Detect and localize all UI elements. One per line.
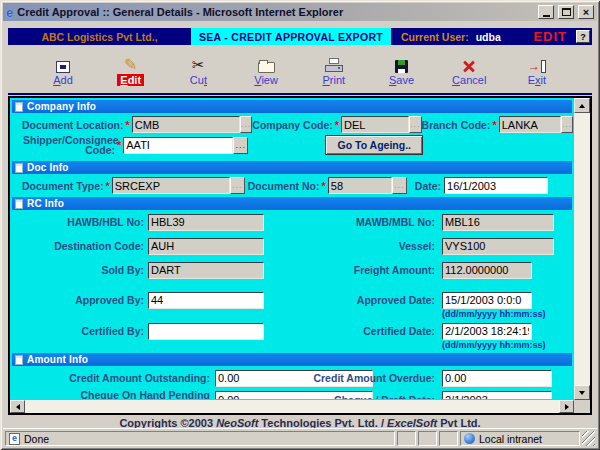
- required-marker: *: [490, 119, 498, 131]
- cheque-draft-date-input[interactable]: [442, 391, 552, 399]
- scroll-up-button[interactable]: [574, 98, 590, 113]
- approved-date-input[interactable]: [442, 292, 532, 309]
- cut-button[interactable]: ✂ Cut: [169, 52, 227, 92]
- sold-by-input: [148, 262, 264, 279]
- arrow-right-icon: [565, 404, 569, 410]
- minimize-button[interactable]: [538, 5, 554, 19]
- print-button[interactable]: Print: [305, 52, 363, 92]
- save-button[interactable]: Save: [373, 52, 431, 92]
- mawb-mbl-input: [442, 214, 554, 231]
- app-header: ABC Logistics Pvt Ltd., SEA - CREDIT APP…: [8, 28, 592, 45]
- view-label: View: [254, 74, 278, 86]
- vessel-label: Vessel:: [399, 240, 435, 252]
- cheque-pending-label: Cheque On Hand PendingBanking:: [11, 390, 210, 400]
- shipper-consignee-browse-button[interactable]: ...: [233, 137, 248, 154]
- add-icon: [56, 61, 70, 73]
- hawb-hbl-label: HAWB/HBL No:: [11, 216, 144, 228]
- scroll-left-button[interactable]: [10, 400, 25, 413]
- edit-label: Edit: [117, 74, 144, 86]
- resize-grip[interactable]: [582, 431, 595, 446]
- exit-label: Exit: [528, 74, 546, 86]
- statusbar-pane: [397, 431, 416, 446]
- toolbar: Add ✎ Edit ✂ Cut View Print Save Cancel …: [8, 50, 592, 92]
- mawb-mbl-label: MAWB/MBL No:: [356, 216, 435, 228]
- zone-text: Local intranet: [479, 433, 542, 445]
- print-label: Print: [323, 74, 346, 86]
- document-type-label: Document Type:: [22, 180, 103, 192]
- current-user-value: udba: [476, 31, 501, 43]
- credit-overdue-label: Credit Amount Overdue:: [313, 372, 435, 384]
- intranet-globe-icon: [464, 433, 475, 444]
- shipper-consignee-label: Shipper/ConsigneeCode:: [23, 135, 115, 155]
- exit-button[interactable]: → Exit: [508, 52, 566, 92]
- add-button[interactable]: Add: [34, 52, 92, 92]
- toolbar-divider: [8, 93, 592, 95]
- cancel-label: Cancel: [452, 74, 486, 86]
- section-page-icon: [15, 163, 23, 173]
- statusbar-pane: [418, 431, 437, 446]
- approved-date-label: Approved Date:: [357, 294, 435, 306]
- module-title: SEA - CREDIT APPROVAL EXPORT: [199, 31, 383, 43]
- vertical-scrollbar[interactable]: [574, 98, 590, 400]
- certified-by-input[interactable]: [148, 323, 264, 340]
- horizontal-scrollbar[interactable]: [10, 400, 574, 413]
- content-frame: Company Info Document Location:* ... Com…: [8, 96, 592, 415]
- credit-overdue-input[interactable]: [442, 370, 552, 387]
- section-page-icon: [15, 199, 23, 209]
- arrow-down-icon: [579, 391, 585, 395]
- certified-date-input[interactable]: [442, 323, 532, 340]
- form-area: Company Info Document Location:* ... Com…: [11, 99, 573, 399]
- help-button[interactable]: ?: [576, 30, 590, 43]
- ie-page-icon: e: [9, 433, 20, 445]
- section-title: Doc Info: [27, 162, 69, 173]
- current-user-label: Current User:: [401, 31, 469, 43]
- edit-button[interactable]: ✎ Edit: [102, 52, 160, 92]
- document-no-label: Document No:: [248, 180, 320, 192]
- cut-icon: ✂: [192, 58, 205, 73]
- cut-label: Cut: [190, 74, 207, 86]
- scroll-down-button[interactable]: [574, 385, 590, 400]
- company-name-segment: ABC Logistics Pvt Ltd.,: [8, 28, 191, 45]
- vessel-input: [442, 238, 554, 255]
- window-title: Credit Approval :: General Details - Mic…: [17, 6, 534, 18]
- status-bar: e Done Local intranet: [3, 428, 597, 447]
- document-location-input: [132, 116, 240, 133]
- required-marker: *: [103, 180, 111, 192]
- cancel-icon: [462, 60, 476, 73]
- save-icon: [395, 60, 408, 73]
- close-button[interactable]: ×: [578, 5, 594, 19]
- required-marker: *: [124, 119, 132, 131]
- certified-by-label: Certified By:: [11, 325, 144, 337]
- browser-window: e Credit Approval :: General Details - M…: [0, 0, 600, 450]
- approved-by-input[interactable]: [148, 292, 264, 309]
- security-zone-pane: Local intranet: [460, 431, 580, 446]
- module-title-segment: SEA - CREDIT APPROVAL EXPORT: [191, 28, 391, 45]
- branch-code-browse-button: ...: [561, 116, 573, 133]
- shipper-consignee-input[interactable]: [123, 137, 233, 154]
- maximize-icon: [562, 8, 571, 16]
- company-code-label: Company Code:: [252, 119, 333, 131]
- view-button[interactable]: View: [237, 52, 295, 92]
- document-location-browse-button: ...: [240, 116, 253, 133]
- arrow-up-icon: [579, 104, 585, 108]
- add-label: Add: [53, 74, 73, 86]
- status-pane: e Done: [5, 431, 395, 446]
- minimize-icon: [543, 15, 550, 17]
- section-title: Company Info: [27, 101, 96, 112]
- company-code-input: [341, 116, 409, 133]
- view-icon: [258, 62, 275, 73]
- cancel-button[interactable]: Cancel: [440, 52, 498, 92]
- certified-date-label: Certified Date:: [363, 325, 435, 337]
- freight-amount-label: Freight Amount:: [354, 264, 435, 276]
- branch-code-label: Branch Code:: [422, 119, 491, 131]
- scrollbar-corner: [574, 400, 590, 413]
- document-no-browse-button: ...: [392, 177, 407, 194]
- date-input[interactable]: [444, 177, 548, 194]
- go-to-ageing-button[interactable]: Go To Ageing..: [325, 135, 423, 155]
- section-title: Amount Info: [27, 354, 88, 365]
- scroll-right-button[interactable]: [559, 400, 574, 413]
- section-page-icon: [15, 102, 23, 112]
- maximize-button[interactable]: [558, 5, 574, 19]
- print-icon: [325, 58, 343, 73]
- destination-code-label: Destination Code:: [11, 240, 144, 252]
